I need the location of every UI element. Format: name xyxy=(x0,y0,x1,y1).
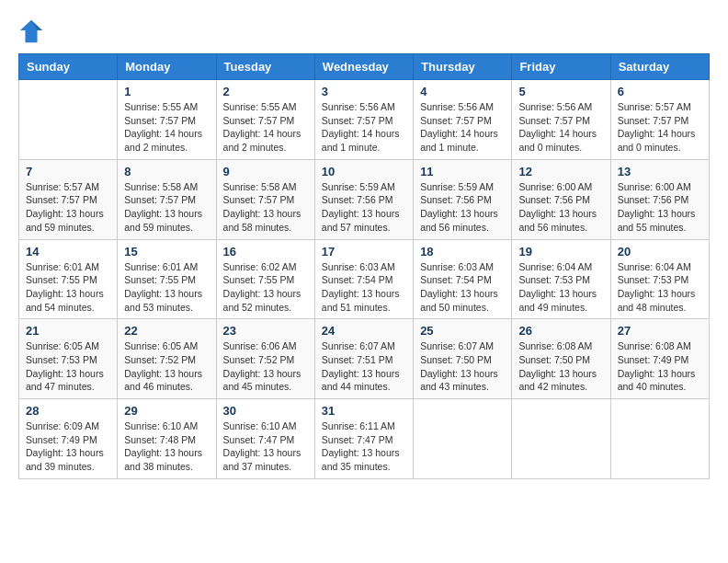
day-number: 15 xyxy=(124,245,209,259)
logo xyxy=(18,18,48,44)
calendar-cell: 23Sunrise: 6:06 AM Sunset: 7:52 PM Dayli… xyxy=(216,319,314,399)
calendar-cell: 30Sunrise: 6:10 AM Sunset: 7:47 PM Dayli… xyxy=(216,399,314,479)
day-info: Sunrise: 6:11 AM Sunset: 7:47 PM Dayligh… xyxy=(322,419,406,474)
column-header-monday: Monday xyxy=(118,54,216,80)
calendar-cell: 16Sunrise: 6:02 AM Sunset: 7:55 PM Dayli… xyxy=(216,239,314,319)
day-number: 23 xyxy=(223,324,308,338)
column-header-wednesday: Wednesday xyxy=(314,54,413,80)
calendar-cell: 11Sunrise: 5:59 AM Sunset: 7:56 PM Dayli… xyxy=(414,159,512,239)
calendar-cell: 17Sunrise: 6:03 AM Sunset: 7:54 PM Dayli… xyxy=(314,239,413,319)
day-number: 29 xyxy=(124,404,209,418)
day-info: Sunrise: 5:56 AM Sunset: 7:57 PM Dayligh… xyxy=(420,100,505,155)
day-info: Sunrise: 6:09 AM Sunset: 7:49 PM Dayligh… xyxy=(26,419,110,474)
calendar-week-1: 1Sunrise: 5:55 AM Sunset: 7:57 PM Daylig… xyxy=(19,80,710,160)
day-info: Sunrise: 5:56 AM Sunset: 7:57 PM Dayligh… xyxy=(322,100,406,155)
calendar-week-5: 28Sunrise: 6:09 AM Sunset: 7:49 PM Dayli… xyxy=(19,399,710,479)
day-number: 8 xyxy=(124,165,209,178)
day-number: 28 xyxy=(26,404,110,418)
calendar-cell: 20Sunrise: 6:04 AM Sunset: 7:53 PM Dayli… xyxy=(610,239,709,319)
day-info: Sunrise: 5:56 AM Sunset: 7:57 PM Dayligh… xyxy=(518,100,603,155)
calendar-cell: 18Sunrise: 6:03 AM Sunset: 7:54 PM Dayli… xyxy=(414,239,512,319)
calendar-cell: 10Sunrise: 5:59 AM Sunset: 7:56 PM Dayli… xyxy=(314,159,413,239)
day-number: 11 xyxy=(420,165,505,178)
day-info: Sunrise: 6:10 AM Sunset: 7:47 PM Dayligh… xyxy=(223,419,308,474)
calendar-cell xyxy=(512,399,610,479)
day-info: Sunrise: 6:02 AM Sunset: 7:55 PM Dayligh… xyxy=(223,260,308,315)
svg-marker-0 xyxy=(20,20,42,42)
day-info: Sunrise: 6:05 AM Sunset: 7:53 PM Dayligh… xyxy=(26,339,110,394)
column-header-thursday: Thursday xyxy=(414,54,512,80)
day-info: Sunrise: 6:00 AM Sunset: 7:56 PM Dayligh… xyxy=(518,180,603,235)
day-number: 13 xyxy=(618,165,702,178)
day-number: 31 xyxy=(322,404,406,418)
day-info: Sunrise: 6:04 AM Sunset: 7:53 PM Dayligh… xyxy=(618,260,702,315)
day-info: Sunrise: 6:07 AM Sunset: 7:50 PM Dayligh… xyxy=(420,339,505,394)
calendar-cell xyxy=(19,80,118,160)
day-info: Sunrise: 6:01 AM Sunset: 7:55 PM Dayligh… xyxy=(124,260,209,315)
day-number: 24 xyxy=(322,324,406,338)
calendar-cell: 7Sunrise: 5:57 AM Sunset: 7:57 PM Daylig… xyxy=(19,159,118,239)
day-number: 1 xyxy=(124,85,209,98)
day-number: 19 xyxy=(518,245,603,259)
day-number: 22 xyxy=(124,324,209,338)
day-number: 3 xyxy=(322,85,406,98)
day-number: 26 xyxy=(518,324,603,338)
day-info: Sunrise: 5:57 AM Sunset: 7:57 PM Dayligh… xyxy=(618,100,702,155)
day-number: 2 xyxy=(223,85,308,98)
calendar-cell: 26Sunrise: 6:08 AM Sunset: 7:50 PM Dayli… xyxy=(512,319,610,399)
calendar-cell xyxy=(414,399,512,479)
calendar-cell: 4Sunrise: 5:56 AM Sunset: 7:57 PM Daylig… xyxy=(414,80,512,160)
calendar-header-row: SundayMondayTuesdayWednesdayThursdayFrid… xyxy=(19,54,710,80)
day-info: Sunrise: 6:08 AM Sunset: 7:49 PM Dayligh… xyxy=(618,339,702,394)
day-number: 17 xyxy=(322,245,406,259)
column-header-friday: Friday xyxy=(512,54,610,80)
day-info: Sunrise: 5:59 AM Sunset: 7:56 PM Dayligh… xyxy=(322,180,406,235)
day-number: 9 xyxy=(223,165,308,178)
calendar-cell: 21Sunrise: 6:05 AM Sunset: 7:53 PM Dayli… xyxy=(19,319,118,399)
calendar-cell: 24Sunrise: 6:07 AM Sunset: 7:51 PM Dayli… xyxy=(314,319,413,399)
day-info: Sunrise: 5:58 AM Sunset: 7:57 PM Dayligh… xyxy=(223,180,308,235)
calendar-cell: 8Sunrise: 5:58 AM Sunset: 7:57 PM Daylig… xyxy=(118,159,216,239)
day-info: Sunrise: 6:10 AM Sunset: 7:48 PM Dayligh… xyxy=(124,419,209,474)
calendar-cell: 13Sunrise: 6:00 AM Sunset: 7:56 PM Dayli… xyxy=(610,159,709,239)
day-number: 16 xyxy=(223,245,308,259)
calendar-week-2: 7Sunrise: 5:57 AM Sunset: 7:57 PM Daylig… xyxy=(19,159,710,239)
day-number: 10 xyxy=(322,165,406,178)
day-info: Sunrise: 6:08 AM Sunset: 7:50 PM Dayligh… xyxy=(518,339,603,394)
day-info: Sunrise: 6:00 AM Sunset: 7:56 PM Dayligh… xyxy=(618,180,702,235)
calendar-cell: 28Sunrise: 6:09 AM Sunset: 7:49 PM Dayli… xyxy=(19,399,118,479)
calendar-cell: 29Sunrise: 6:10 AM Sunset: 7:48 PM Dayli… xyxy=(118,399,216,479)
day-number: 27 xyxy=(618,324,702,338)
day-number: 4 xyxy=(420,85,505,98)
calendar-cell: 15Sunrise: 6:01 AM Sunset: 7:55 PM Dayli… xyxy=(118,239,216,319)
calendar-cell: 19Sunrise: 6:04 AM Sunset: 7:53 PM Dayli… xyxy=(512,239,610,319)
day-info: Sunrise: 6:04 AM Sunset: 7:53 PM Dayligh… xyxy=(518,260,603,315)
logo-icon xyxy=(18,18,44,44)
page-header xyxy=(18,18,710,44)
day-number: 25 xyxy=(420,324,505,338)
day-number: 21 xyxy=(26,324,110,338)
calendar-week-3: 14Sunrise: 6:01 AM Sunset: 7:55 PM Dayli… xyxy=(19,239,710,319)
calendar-cell: 3Sunrise: 5:56 AM Sunset: 7:57 PM Daylig… xyxy=(314,80,413,160)
day-info: Sunrise: 5:59 AM Sunset: 7:56 PM Dayligh… xyxy=(420,180,505,235)
day-number: 20 xyxy=(618,245,702,259)
calendar-cell: 22Sunrise: 6:05 AM Sunset: 7:52 PM Dayli… xyxy=(118,319,216,399)
calendar-table: SundayMondayTuesdayWednesdayThursdayFrid… xyxy=(18,53,710,479)
day-info: Sunrise: 6:03 AM Sunset: 7:54 PM Dayligh… xyxy=(322,260,406,315)
day-info: Sunrise: 6:07 AM Sunset: 7:51 PM Dayligh… xyxy=(322,339,406,394)
day-number: 30 xyxy=(223,404,308,418)
calendar-cell: 6Sunrise: 5:57 AM Sunset: 7:57 PM Daylig… xyxy=(610,80,709,160)
calendar-cell: 12Sunrise: 6:00 AM Sunset: 7:56 PM Dayli… xyxy=(512,159,610,239)
calendar-cell: 27Sunrise: 6:08 AM Sunset: 7:49 PM Dayli… xyxy=(610,319,709,399)
day-number: 12 xyxy=(518,165,603,178)
column-header-sunday: Sunday xyxy=(19,54,118,80)
day-info: Sunrise: 6:01 AM Sunset: 7:55 PM Dayligh… xyxy=(26,260,110,315)
column-header-saturday: Saturday xyxy=(610,54,709,80)
calendar-cell: 1Sunrise: 5:55 AM Sunset: 7:57 PM Daylig… xyxy=(118,80,216,160)
day-number: 7 xyxy=(26,165,110,178)
day-info: Sunrise: 6:06 AM Sunset: 7:52 PM Dayligh… xyxy=(223,339,308,394)
day-info: Sunrise: 5:57 AM Sunset: 7:57 PM Dayligh… xyxy=(26,180,110,235)
day-info: Sunrise: 6:03 AM Sunset: 7:54 PM Dayligh… xyxy=(420,260,505,315)
calendar-week-4: 21Sunrise: 6:05 AM Sunset: 7:53 PM Dayli… xyxy=(19,319,710,399)
day-info: Sunrise: 5:55 AM Sunset: 7:57 PM Dayligh… xyxy=(124,100,209,155)
